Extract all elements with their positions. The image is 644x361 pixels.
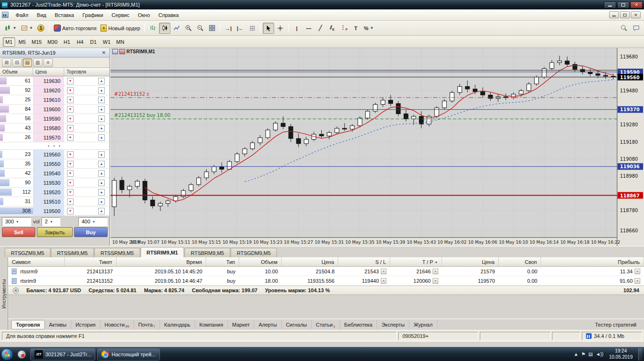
taskbar-app-browser[interactable]: Настоящий трей... <box>97 348 160 361</box>
dom-buy-order-button[interactable]: ▲ <box>98 170 105 177</box>
chart-tab-RTSSiM9,M5[interactable]: RTSSiM9,M5 <box>51 248 94 257</box>
chart-canvas[interactable]: #212413152 s#212413152 buy 18.0011968011… <box>110 48 644 246</box>
toolbox-tab-Журнал[interactable]: Журнал <box>410 320 437 329</box>
dom-price-cell[interactable]: 119550 <box>33 159 64 168</box>
trade-col-sl[interactable]: S / L <box>338 257 390 266</box>
timeframe-M15[interactable]: M15 <box>29 37 44 47</box>
dom-sell-order-button[interactable]: ▼ <box>67 134 74 141</box>
new-chart-button[interactable]: ▼ <box>2 23 18 34</box>
trade-col-current[interactable]: Цена <box>442 257 499 266</box>
dom-price-cell[interactable]: 119520 <box>33 188 64 197</box>
dom-close-icon[interactable]: ✕ <box>100 49 107 56</box>
toolbox-tab-Календарь[interactable]: Календарь <box>160 320 195 329</box>
dom-buy-order-button[interactable]: ▲ <box>98 125 105 131</box>
toolbox-tab-Почта[interactable]: Почта7 <box>134 320 160 329</box>
show-desktop-button[interactable] <box>638 348 642 361</box>
dom-buy-order-button[interactable]: ▲ <box>98 106 105 113</box>
minimize-button[interactable] <box>604 1 616 8</box>
dom-buy-order-button[interactable]: ▲ <box>98 87 105 94</box>
toolbox-tab-Сигналы[interactable]: Сигналы <box>282 320 312 329</box>
toolbox-tab-Эксперты[interactable]: Эксперты <box>377 320 409 329</box>
dom-price-cell[interactable]: 119570 <box>33 133 64 142</box>
dom-buy-order-button[interactable]: ▲ <box>98 180 105 186</box>
cursor-button[interactable] <box>263 23 274 34</box>
close-position-button[interactable]: Закрыть <box>37 227 73 237</box>
tile-windows-button[interactable] <box>206 23 217 34</box>
dom-price-cell[interactable]: 119600 <box>33 105 64 114</box>
dom-buy-order-button[interactable]: ▲ <box>98 208 105 214</box>
dom-sell-order-button[interactable]: ▼ <box>67 87 74 94</box>
autotrade-button[interactable]: Авто-торговля <box>52 23 99 34</box>
dom-sell-order-button[interactable]: ▼ <box>67 78 74 84</box>
trade-col-type[interactable]: Тип <box>206 257 239 266</box>
taskbar-clock[interactable]: 19:24 10.05.2019 <box>606 348 636 360</box>
dom-settings-button[interactable]: ≡ <box>43 58 53 67</box>
chart-shift-button[interactable]: |← <box>234 23 246 34</box>
zoom-in-button[interactable] <box>183 23 194 34</box>
tray-speaker-icon[interactable]: ◄)) <box>595 352 603 357</box>
candles-chart-button[interactable] <box>159 23 170 34</box>
dom-view-list-button[interactable]: ⊟ <box>12 58 22 67</box>
trade-col-volume[interactable]: Объем <box>239 257 282 266</box>
child-restore-button[interactable] <box>620 11 630 18</box>
toolbox-tab-Библиотека[interactable]: Библиотека <box>340 320 377 329</box>
timeframe-M1[interactable]: M1 <box>3 37 15 47</box>
dom-sell-order-button[interactable]: ▼ <box>67 170 74 177</box>
timeframe-MN[interactable]: MN <box>114 37 126 47</box>
text-label-button[interactable]: T <box>350 23 361 34</box>
chart-tab-RTSSRM9,M5[interactable]: RTSSRM9,M5 <box>94 248 140 257</box>
toolbox-tab-Активы[interactable]: Активы <box>45 320 71 329</box>
bars-chart-button[interactable] <box>147 23 159 34</box>
trade-row[interactable]: rtsrim92124131522019.05.10 14:46:47buy18… <box>8 276 644 286</box>
chat-button[interactable] <box>630 23 642 34</box>
remove-tp-button[interactable]: × <box>433 278 438 284</box>
dom-price-cell[interactable]: 119540 <box>33 169 64 178</box>
trade-col-price[interactable]: Цена <box>282 257 338 266</box>
line-chart-button[interactable] <box>171 23 182 34</box>
trendline-button[interactable]: ╱ <box>315 23 326 34</box>
close-button[interactable]: ✕ <box>630 1 643 8</box>
toolbox-tab-Торговля[interactable]: Торговля <box>11 320 45 329</box>
chart-tab-RTSBRM9,M5[interactable]: RTSBRM9,M5 <box>184 248 230 257</box>
menu-item-Графики[interactable]: Графики <box>78 11 108 19</box>
dom-sell-order-button[interactable]: ▼ <box>67 97 74 103</box>
remove-profit-button[interactable]: × <box>635 278 640 284</box>
timeframe-M30[interactable]: M30 <box>45 37 59 47</box>
dom-columns-button[interactable]: ▥ <box>33 58 42 67</box>
volume-stepper[interactable]: 2▼ <box>42 217 60 226</box>
restore-button[interactable] <box>617 1 629 8</box>
dom-buy-order-button[interactable]: ▲ <box>98 115 105 122</box>
vertical-line-button[interactable]: | <box>291 23 302 34</box>
tray-flag-icon[interactable]: ⚑ <box>581 352 585 357</box>
toolbox-tab-Новости[interactable]: Новости99 <box>100 320 134 329</box>
trade-col-swap[interactable]: Своп <box>499 257 541 266</box>
trade-col-time[interactable]: Время <box>117 257 206 266</box>
menu-item-Вид[interactable]: Вид <box>33 11 50 19</box>
grid-button[interactable] <box>246 23 258 34</box>
dom-buy-order-button[interactable]: ▲ <box>98 134 105 141</box>
menu-item-Справка[interactable]: Справка <box>154 11 183 19</box>
remove-tp-button[interactable]: × <box>433 269 438 274</box>
dom-sell-order-button[interactable]: ▼ <box>67 125 74 131</box>
timeframe-H1[interactable]: H1 <box>61 37 73 47</box>
arrows-button[interactable]: %▼ <box>362 23 376 34</box>
dom-sell-order-button[interactable]: ▼ <box>67 151 74 158</box>
dom-mode-button[interactable]: ▤ <box>23 58 32 67</box>
takeprofit-stepper[interactable]: 400▼ <box>78 217 108 226</box>
horizontal-line-button[interactable]: — <box>303 23 314 34</box>
dom-buy-order-button[interactable]: ▲ <box>98 198 105 205</box>
dom-price-cell[interactable]: 119500 <box>33 206 64 215</box>
dom-price-cell[interactable]: 119530 <box>33 178 64 187</box>
menu-item-Окно[interactable]: Окно <box>134 11 154 19</box>
dom-buy-order-button[interactable]: ▲ <box>98 97 105 103</box>
start-button[interactable] <box>1 348 13 361</box>
dom-price-cell[interactable]: 119560 <box>33 150 64 159</box>
menu-item-Сервис[interactable]: Сервис <box>108 11 134 19</box>
taskbar-pinned-icon[interactable] <box>15 348 28 361</box>
toolbox-tab-Компания[interactable]: Компания <box>195 320 228 329</box>
timeframe-D1[interactable]: D1 <box>87 37 100 47</box>
dom-sell-order-button[interactable]: ▼ <box>67 180 74 186</box>
auto-scroll-button[interactable]: →| <box>223 23 234 34</box>
chart-tab-RTSGZM9,M5[interactable]: RTSGZM9,M5 <box>5 248 50 257</box>
dom-price-cell[interactable]: 119580 <box>33 123 64 132</box>
